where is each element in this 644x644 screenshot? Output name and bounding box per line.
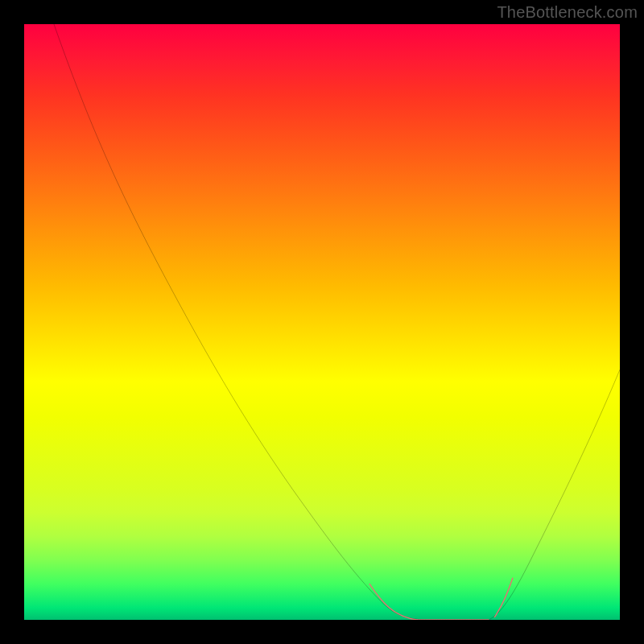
chart-frame: TheBottleneck.com (0, 0, 644, 644)
curve-path (54, 24, 620, 620)
bottleneck-heatmap-plot (24, 24, 620, 620)
sweet-spot-left (369, 584, 417, 620)
watermark-text: TheBottleneck.com (497, 3, 638, 22)
bottleneck-curve (24, 24, 620, 620)
